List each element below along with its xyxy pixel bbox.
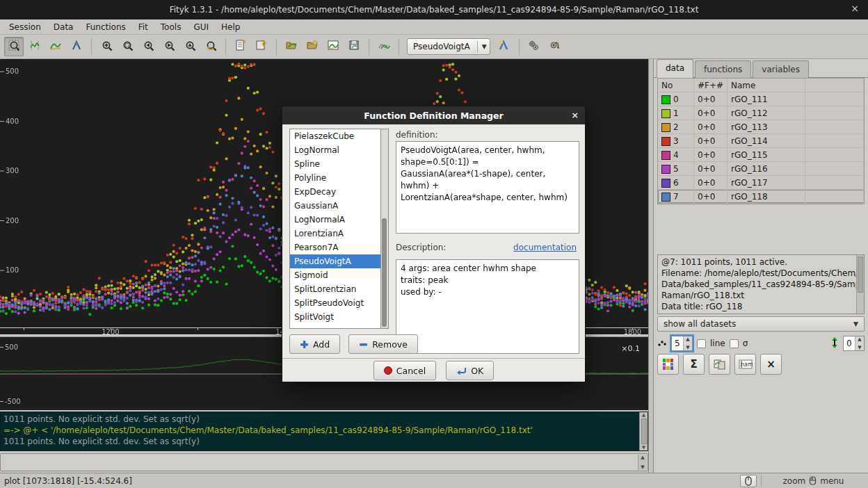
info-scrollbar[interactable] [856, 255, 864, 314]
auto-add-button[interactable] [524, 37, 544, 56]
function-type-item-SplitVoigt[interactable]: SplitVoigt [290, 310, 380, 324]
dataset-row-rGO_116[interactable]: 50+0rGO_116 [658, 162, 864, 176]
dataset-color-swatch[interactable] [661, 137, 670, 146]
cancel-button[interactable]: Cancel [373, 361, 436, 380]
documentation-link[interactable]: documentation [513, 243, 577, 252]
console-scrollbar[interactable]: ▲ ▼ [639, 412, 648, 450]
dataset-row-rGO_118[interactable]: 70+0rGO_118 [658, 190, 864, 204]
menu-data[interactable]: Data [47, 21, 80, 33]
function-type-item-PielaszekCube[interactable]: PielaszekCube [290, 129, 380, 143]
open-data-button[interactable] [282, 37, 301, 56]
mouse-config-button[interactable] [740, 475, 757, 487]
zoom-in-button[interactable] [97, 37, 116, 56]
delete-dataset-button[interactable]: × [760, 354, 782, 375]
sigma-checkbox[interactable] [730, 339, 739, 348]
dataset-row-rGO_117[interactable]: 60+0rGO_117 [658, 176, 864, 190]
scroll-up-icon[interactable]: ▲ [642, 412, 645, 418]
zoom-up-button[interactable] [180, 37, 200, 56]
sum-datasets-button[interactable]: Σ [683, 354, 705, 375]
dataset-row-rGO_114[interactable]: 30+0rGO_114 [658, 134, 864, 148]
function-type-combo[interactable]: PseudoVoigtA▼ [407, 38, 490, 55]
function-type-item-SplitPseudoVoigt[interactable]: SplitPseudoVoigt [290, 296, 380, 310]
save-image-button[interactable] [323, 37, 343, 56]
data-range-mode-button[interactable] [25, 37, 45, 56]
window-close-icon[interactable]: × [849, 3, 861, 14]
function-type-item-LogNormalA[interactable]: LogNormalA [290, 213, 380, 227]
tab-functions[interactable]: functions [695, 60, 751, 78]
dataset-row-rGO_115[interactable]: 40+0rGO_115 [658, 148, 864, 162]
menu-gui[interactable]: GUI [187, 21, 215, 33]
function-type-item-Polyline[interactable]: Polyline [290, 171, 380, 185]
zoom-undo-button[interactable] [201, 37, 220, 56]
run-fit-button[interactable] [545, 37, 565, 56]
function-type-item-Spline[interactable]: Spline [290, 157, 380, 171]
dataset-color-swatch[interactable] [661, 123, 670, 132]
scroll-down-icon[interactable]: ▼ [642, 445, 645, 450]
remove-function-button[interactable]: Remove [348, 334, 418, 354]
zoom-left-button[interactable] [138, 37, 158, 56]
function-type-item-GaussianA[interactable]: GaussianA [290, 199, 380, 213]
table-cell: 6 [658, 176, 694, 190]
tab-data[interactable]: data [657, 59, 693, 78]
copy-data-button[interactable] [709, 354, 730, 375]
panel-splitter[interactable] [648, 59, 654, 473]
function-type-item-ExpDecay[interactable]: ExpDecay [290, 185, 380, 199]
menu-functions[interactable]: Functions [79, 21, 131, 33]
dialog-close-icon[interactable]: × [572, 110, 579, 120]
menu-help[interactable]: Help [215, 21, 246, 33]
zoom-right-button[interactable] [159, 37, 179, 56]
log-script-button[interactable] [231, 37, 250, 56]
dataset-color-swatch[interactable] [661, 95, 670, 104]
menu-fit[interactable]: Fit [132, 21, 154, 33]
save-session-button[interactable] [344, 37, 364, 56]
menu-tools[interactable]: Tools [154, 21, 188, 33]
chevron-down-icon: ▼ [477, 41, 487, 52]
point-size-spinner[interactable]: 5 ▲▼ [671, 336, 693, 351]
function-list-scrollbar[interactable] [381, 129, 389, 329]
table-cell: rGO_117 [728, 176, 805, 190]
background-mode-button[interactable] [46, 37, 65, 56]
fityk-window: Fityk 1.3.1 - /home/aleplo/test/Document… [0, 0, 868, 488]
dataset-row-rGO_113[interactable]: 20+0rGO_113 [658, 120, 864, 134]
peak-draw-mode-button[interactable] [67, 37, 86, 56]
definition-textarea[interactable]: PseudoVoigtA(area, center, hwhm, shape=0… [396, 141, 579, 234]
zoom-up-icon [184, 40, 196, 54]
function-type-item-Sigmoid[interactable]: Sigmoid [290, 268, 380, 282]
table-cell: rGO_113 [728, 120, 805, 134]
command-history-spinner[interactable]: ▲▼ [638, 455, 647, 470]
dataset-row-rGO_112[interactable]: 10+0rGO_112 [658, 106, 864, 120]
function-type-item-LogNormal[interactable]: LogNormal [290, 143, 380, 157]
dataset-filter-dropdown[interactable]: show all datasets ▼ [657, 316, 865, 332]
table-cell [805, 176, 864, 190]
dataset-color-swatch[interactable] [661, 179, 670, 188]
command-input[interactable] [2, 455, 638, 469]
exec-script-button[interactable] [252, 37, 271, 56]
dataset-colors-button[interactable] [657, 354, 679, 375]
delete-dataset-icon: × [766, 358, 775, 371]
add-function-button[interactable]: Add [289, 334, 340, 354]
dataset-color-swatch[interactable] [661, 151, 670, 160]
column-header: #F+# [694, 79, 728, 92]
shift-spinner[interactable]: 0 ▲▼ [843, 336, 865, 351]
function-type-item-Pearson7A[interactable]: Pearson7A [290, 241, 380, 254]
function-type-item-PseudoVoigtA[interactable]: PseudoVoigtA [290, 254, 380, 268]
ok-button[interactable]: OK [446, 361, 494, 380]
open-data-append-button[interactable] [303, 37, 322, 56]
menu-session[interactable]: Session [3, 21, 47, 33]
zoom-all-button[interactable] [118, 37, 137, 56]
dataset-color-swatch[interactable] [661, 109, 670, 118]
line-checkbox[interactable] [697, 339, 706, 348]
dataset-color-swatch[interactable] [661, 165, 670, 174]
rename-dataset-button[interactable]: nam [734, 354, 756, 375]
mouse-hint-icon [809, 476, 817, 485]
dataset-row-rGO_111[interactable]: 00+0rGO_111 [658, 92, 864, 106]
tab-variables[interactable]: variables [753, 60, 809, 78]
table-cell: 4 [658, 148, 694, 162]
function-type-item-SplitLorentzian[interactable]: SplitLorentzian [290, 282, 380, 296]
dataset-color-swatch[interactable] [661, 193, 670, 202]
sum-datasets-icon: Σ [690, 358, 697, 371]
add-peak-button[interactable] [495, 37, 514, 56]
guess-function-button[interactable] [374, 37, 394, 56]
function-type-item-LorentzianA[interactable]: LorentzianA [290, 227, 380, 241]
zoom-mode-button[interactable] [4, 37, 24, 56]
